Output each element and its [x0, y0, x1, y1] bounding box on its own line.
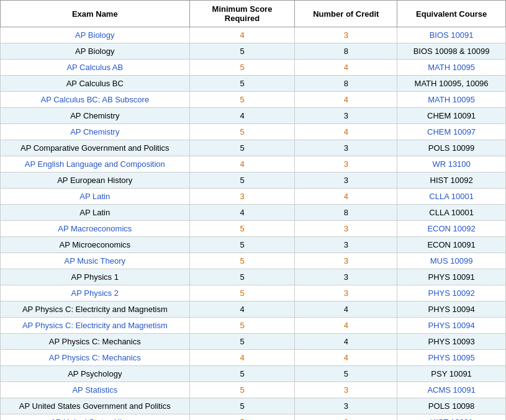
equiv-course: ECON 10091	[397, 237, 506, 253]
table-row: AP Comparative Government and Politics53…	[1, 140, 506, 156]
equiv-course: CLLA 10001	[397, 189, 506, 205]
exam-name: AP Physics C: Electricity and Magnetism	[1, 302, 190, 318]
credits: 4	[295, 92, 397, 108]
exam-name: AP European History	[1, 172, 190, 189]
min-score: 4	[189, 27, 295, 43]
min-score: 4	[189, 350, 295, 366]
exam-name: AP Statistics	[1, 382, 190, 398]
equiv-course: CHEM 10097	[397, 124, 506, 140]
header-credits: Number of Credit	[295, 1, 397, 27]
exam-name: AP Comparative Government and Politics	[1, 140, 190, 156]
min-score: 5	[189, 124, 295, 140]
equiv-course: PSY 10091	[397, 366, 506, 382]
equiv-course: ACMS 10091	[397, 382, 506, 398]
min-score: 5	[189, 253, 295, 269]
table-row: AP Calculus BC: AB Subscore54MATH 10095	[1, 92, 506, 108]
exam-name: AP English Language and Composition	[1, 156, 190, 172]
table-row: AP Physics 253PHYS 10092	[1, 285, 506, 302]
credits: 5	[295, 366, 397, 382]
min-score: 4	[189, 156, 295, 172]
exam-name: AP Latin	[1, 189, 190, 205]
header-min-score: Minimum Score Required	[189, 1, 295, 27]
exam-name: AP United States History	[1, 414, 190, 421]
min-score: 4	[189, 205, 295, 221]
equiv-course: MATH 10095	[397, 92, 506, 108]
table-row: AP Chemistry54CHEM 10097	[1, 124, 506, 140]
equiv-course: PHYS 10091	[397, 269, 506, 285]
min-score: 5	[189, 334, 295, 350]
exam-name: AP Physics C: Electricity and Magnetism	[1, 318, 190, 334]
exam-name: AP Psychology	[1, 366, 190, 382]
min-score: 5	[189, 414, 295, 421]
credits: 4	[295, 189, 397, 205]
table-row: AP Latin48CLLA 10001	[1, 205, 506, 221]
credits: 3	[295, 398, 397, 414]
equiv-course: BIOS 10098 & 10099	[397, 43, 506, 60]
credits: 4	[295, 318, 397, 334]
min-score: 4	[189, 302, 295, 318]
exam-name: AP Physics 2	[1, 285, 190, 302]
credits: 4	[295, 124, 397, 140]
table-row: AP Physics C: Mechanics44PHYS 10095	[1, 350, 506, 366]
equiv-course: PHYS 10094	[397, 318, 506, 334]
min-score: 5	[189, 221, 295, 237]
exam-name: AP Chemistry	[1, 108, 190, 124]
table-row: AP Physics C: Electricity and Magnetism5…	[1, 318, 506, 334]
table-row: AP Biology43BIOS 10091	[1, 27, 506, 43]
credits: 3	[295, 27, 397, 43]
equiv-course: BIOS 10091	[397, 27, 506, 43]
equiv-course: POLS 10099	[397, 140, 506, 156]
exam-name: AP Macroeconomics	[1, 221, 190, 237]
table-row: AP Physics 153PHYS 10091	[1, 269, 506, 285]
credits: 3	[295, 140, 397, 156]
exam-name: AP Calculus BC	[1, 76, 190, 92]
credits: 8	[295, 43, 397, 60]
table-row: AP Calculus AB54MATH 10095	[1, 60, 506, 76]
min-score: 5	[189, 76, 295, 92]
equiv-course: ECON 10092	[397, 221, 506, 237]
equiv-course: PHYS 10092	[397, 285, 506, 302]
equiv-course: MATH 10095	[397, 60, 506, 76]
credits: 3	[295, 237, 397, 253]
exam-name: AP Music Theory	[1, 253, 190, 269]
table-row: AP United States Government and Politics…	[1, 398, 506, 414]
table-row: AP Microeconomics53ECON 10091	[1, 237, 506, 253]
table-row: AP Calculus BC58MATH 10095, 10096	[1, 76, 506, 92]
equiv-course: POLS 10098	[397, 398, 506, 414]
equiv-course: MUS 10099	[397, 253, 506, 269]
credits: 3	[295, 108, 397, 124]
exam-name: AP Microeconomics	[1, 237, 190, 253]
credits: 4	[295, 334, 397, 350]
table-row: AP European History53HIST 10092	[1, 172, 506, 189]
table-row: AP English Language and Composition43WR …	[1, 156, 506, 172]
min-score: 5	[189, 140, 295, 156]
header-exam: Exam Name	[1, 1, 190, 27]
equiv-course: WR 13100	[397, 156, 506, 172]
min-score: 5	[189, 172, 295, 189]
exam-name: AP Biology	[1, 43, 190, 60]
equiv-course: PHYS 10095	[397, 350, 506, 366]
ap-credits-table: Exam Name Minimum Score Required Number …	[0, 0, 506, 420]
table-row: AP Chemistry43CHEM 10091	[1, 108, 506, 124]
min-score: 3	[189, 189, 295, 205]
credits: 3	[295, 285, 397, 302]
min-score: 5	[189, 92, 295, 108]
min-score: 5	[189, 43, 295, 60]
table-row: AP Psychology55PSY 10091	[1, 366, 506, 382]
min-score: 5	[189, 269, 295, 285]
table-row: AP Biology58BIOS 10098 & 10099	[1, 43, 506, 60]
min-score: 5	[189, 366, 295, 382]
exam-name: AP United States Government and Politics	[1, 398, 190, 414]
min-score: 5	[189, 318, 295, 334]
credits: 3	[295, 253, 397, 269]
exam-name: AP Calculus BC: AB Subscore	[1, 92, 190, 108]
exam-name: AP Latin	[1, 205, 190, 221]
exam-name: AP Biology	[1, 27, 190, 43]
equiv-course: MATH 10095, 10096	[397, 76, 506, 92]
min-score: 5	[189, 398, 295, 414]
equiv-course: CLLA 10001	[397, 205, 506, 221]
exam-name: AP Chemistry	[1, 124, 190, 140]
table-row: AP Macroeconomics53ECON 10092	[1, 221, 506, 237]
min-score: 5	[189, 285, 295, 302]
credits: 3	[295, 382, 397, 398]
